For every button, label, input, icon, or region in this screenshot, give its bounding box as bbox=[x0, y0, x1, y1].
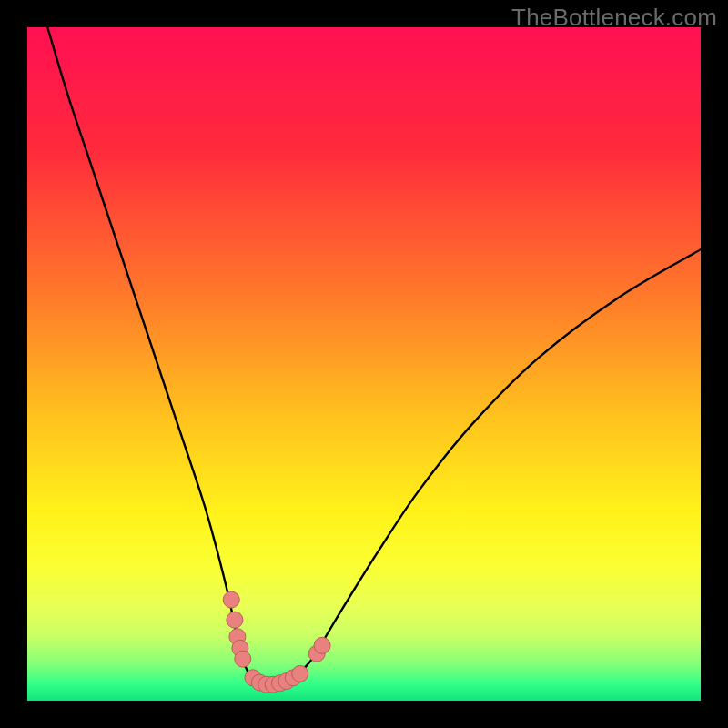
watermark-text: TheBottleneck.com bbox=[511, 4, 717, 32]
data-marker bbox=[292, 665, 308, 682]
bottleneck-curve bbox=[47, 27, 701, 685]
data-marker bbox=[223, 592, 239, 608]
data-marker bbox=[314, 637, 330, 653]
curve-layer bbox=[27, 27, 701, 701]
plot-area bbox=[27, 27, 701, 701]
data-markers bbox=[223, 592, 330, 693]
chart-frame: TheBottleneck.com bbox=[0, 0, 728, 728]
data-marker bbox=[235, 651, 251, 667]
data-marker bbox=[227, 612, 243, 628]
